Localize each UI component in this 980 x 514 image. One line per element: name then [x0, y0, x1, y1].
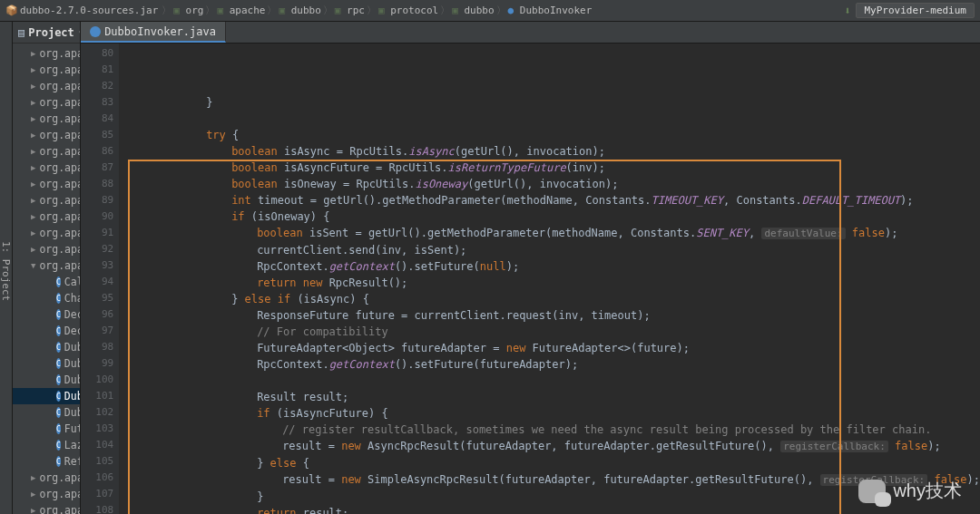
- tree-package[interactable]: ▶org.apache.dubbo.rpc.protocol.dubbo.fil…: [13, 470, 80, 486]
- breadcrumb[interactable]: 📦 dubbo-2.7.0-sources.jar 〉▣ org〉▣ apach…: [5, 4, 592, 17]
- expand-arrow-icon[interactable]: ▶: [31, 212, 35, 221]
- line-number[interactable]: 104: [81, 437, 113, 453]
- line-number[interactable]: 88: [81, 176, 113, 192]
- tree-class-decodeablerpcinvocation[interactable]: CDecodeableRpcInvocation: [13, 306, 80, 323]
- line-number[interactable]: 83: [81, 94, 113, 111]
- code-area[interactable]: } try {boolean isAsync = RpcUtils.isAsyn…: [119, 44, 980, 514]
- line-number[interactable]: 94: [81, 274, 113, 290]
- expand-arrow-icon[interactable]: ▶: [31, 65, 35, 74]
- code-line[interactable]: Result result;: [130, 389, 980, 405]
- tree-class-dubboexporter[interactable]: CDubboExporter: [13, 372, 80, 388]
- line-number[interactable]: 82: [81, 78, 113, 94]
- expand-arrow-icon[interactable]: ▶: [31, 131, 35, 140]
- tree-package[interactable]: ▶org.apache.dubbo.rpc.listener: [13, 209, 80, 225]
- tree-class-dubbocountcodec[interactable]: CDubboCountCodec: [13, 355, 80, 372]
- breadcrumb-part[interactable]: protocol: [385, 5, 439, 16]
- line-number[interactable]: 97: [81, 323, 113, 339]
- tree-package[interactable]: ▶org.apache.dubbo.rpc.filter: [13, 176, 80, 192]
- line-number[interactable]: 96: [81, 306, 113, 323]
- expand-arrow-icon[interactable]: ▶: [31, 114, 35, 123]
- breadcrumb-root[interactable]: dubbo-2.7.0-sources.jar: [20, 5, 158, 16]
- line-number[interactable]: 103: [81, 421, 113, 437]
- code-line[interactable]: result = new AsyncRpcResult(futureAdapte…: [130, 438, 980, 455]
- line-number[interactable]: 80: [81, 45, 113, 62]
- expand-arrow-icon[interactable]: ▶: [31, 245, 35, 254]
- tree-package[interactable]: ▶org.apache.dubbo.rpc.cluster.router.tag: [13, 111, 80, 127]
- code-line[interactable]: [130, 111, 980, 127]
- line-gutter[interactable]: 8081828384858687888990919293949596979899…: [81, 44, 119, 514]
- code-line[interactable]: result = new SimpleAsyncRpcResult(future…: [130, 471, 980, 489]
- project-title[interactable]: Project: [28, 26, 74, 39]
- code-line[interactable]: boolean isAsyncFuture = RpcUtils.isRetur…: [130, 160, 980, 176]
- tree-package[interactable]: ▶org.apache.dubbo.rpc.cluster.router.scr…: [13, 94, 80, 111]
- build-icon[interactable]: ⬇: [844, 5, 850, 17]
- line-number[interactable]: 86: [81, 143, 113, 160]
- run-configuration-selector[interactable]: MyProvider-medium: [856, 3, 975, 18]
- tree-package[interactable]: ▶org.apache.dubbo.rpc.protocol.dubbo.sta: [13, 486, 80, 502]
- line-number[interactable]: 105: [81, 453, 113, 470]
- tree-package[interactable]: ▶org.apache.dubbo.rpc.model: [13, 225, 80, 241]
- line-number[interactable]: 90: [81, 209, 113, 225]
- code-line[interactable]: FutureAdapter<Object> futureAdapter = ne…: [130, 340, 980, 356]
- code-viewport[interactable]: 8081828384858687888990919293949596979899…: [81, 44, 980, 514]
- tree-class-dubboinvoker[interactable]: CDubboInvoker: [13, 388, 80, 404]
- expand-arrow-icon[interactable]: ▶: [31, 98, 35, 107]
- tree-package[interactable]: ▶org.apache.dubbo.rpc.protocol: [13, 241, 80, 257]
- line-number[interactable]: 95: [81, 290, 113, 306]
- line-number[interactable]: 81: [81, 62, 113, 78]
- code-line[interactable]: // For compatibility: [130, 324, 980, 340]
- code-line[interactable]: }: [130, 94, 980, 111]
- expand-arrow-icon[interactable]: ▶: [31, 49, 35, 58]
- code-line[interactable]: // register resultCallback, sometimes we…: [130, 422, 980, 438]
- tree-package[interactable]: ▶org.apache.dubbo.rpc.cluster.support: [13, 143, 80, 160]
- expand-arrow-icon[interactable]: ▶: [31, 82, 35, 91]
- tree-class-lazyconnectexchangeclient[interactable]: CLazyConnectExchangeClient: [13, 437, 80, 453]
- breadcrumb-part[interactable]: rpc: [340, 5, 365, 16]
- code-line[interactable]: boolean isSent = getUrl().getMethodParam…: [130, 225, 980, 242]
- tool-window-rail[interactable]: 1: Project: [0, 22, 13, 514]
- breadcrumb-part[interactable]: org: [180, 5, 204, 16]
- tree-class-dubboprotocol[interactable]: CDubboProtocol: [13, 404, 80, 421]
- line-number[interactable]: 93: [81, 257, 113, 274]
- tree-class-futureadapter[interactable]: CFutureAdapter: [13, 421, 80, 437]
- expand-arrow-icon[interactable]: ▶: [31, 147, 35, 156]
- project-tree[interactable]: ▶org.apache.dubbo.rpc.cluster.router.con…: [13, 44, 80, 514]
- code-line[interactable]: if (isAsyncFuture) {: [130, 405, 980, 422]
- line-number[interactable]: 87: [81, 160, 113, 176]
- line-number[interactable]: 101: [81, 388, 113, 404]
- line-number[interactable]: 108: [81, 502, 113, 514]
- tree-class-channelwrappedinvoker[interactable]: CChannelWrappedInvoker: [13, 290, 80, 306]
- expand-arrow-icon[interactable]: ▶: [31, 228, 35, 238]
- code-line[interactable]: currentClient.send(inv, isSent);: [130, 242, 980, 258]
- code-line[interactable]: try {: [130, 127, 980, 143]
- line-number[interactable]: 89: [81, 192, 113, 209]
- tree-class-callbackservicecodec[interactable]: CCallbackServiceCodec: [13, 274, 80, 290]
- line-number[interactable]: 84: [81, 111, 113, 127]
- expand-arrow-icon[interactable]: ▶: [31, 179, 35, 189]
- tab-dubbo-invoker[interactable]: DubboInvoker.java: [81, 22, 226, 43]
- line-number[interactable]: 92: [81, 241, 113, 257]
- code-line[interactable]: boolean isAsync = RpcUtils.isAsync(getUr…: [130, 143, 980, 160]
- breadcrumb-part[interactable]: dubbo: [285, 5, 321, 16]
- tree-class-dubbocodec[interactable]: CDubboCodec: [13, 339, 80, 355]
- breadcrumb-part[interactable]: apache: [223, 5, 265, 16]
- tree-package[interactable]: ▶org.apache.dubbo.rpc.filter.tps: [13, 192, 80, 209]
- tree-package[interactable]: ▶org.apache.dubbo.rpc.protocol.dubbo.tel: [13, 502, 80, 514]
- expand-arrow-icon[interactable]: ▶: [31, 163, 35, 172]
- line-number[interactable]: 99: [81, 355, 113, 372]
- code-line[interactable]: boolean isOneway = RpcUtils.isOneway(get…: [130, 176, 980, 192]
- expand-arrow-icon[interactable]: ▶: [31, 490, 35, 499]
- tree-class-referencecountexchangeclient[interactable]: CReferenceCountExchangeClient: [13, 453, 80, 470]
- code-line[interactable]: } else if (isAsync) {: [130, 291, 980, 307]
- breadcrumb-part[interactable]: DubboInvoker: [514, 5, 592, 16]
- expand-arrow-icon[interactable]: ▼: [31, 261, 35, 270]
- code-line[interactable]: int timeout = getUrl().getMethodParamete…: [130, 192, 980, 209]
- tree-package[interactable]: ▼org.apache.dubbo.rpc.protocol.dubbo: [13, 257, 80, 274]
- line-number[interactable]: 85: [81, 127, 113, 143]
- code-line[interactable]: [130, 373, 980, 389]
- line-number[interactable]: 91: [81, 225, 113, 241]
- editor-tabs[interactable]: DubboInvoker.java: [81, 22, 980, 44]
- code-line[interactable]: RpcContext.getContext().setFuture(null);: [130, 258, 980, 275]
- expand-arrow-icon[interactable]: ▶: [31, 196, 35, 205]
- code-line[interactable]: } else {: [130, 455, 980, 471]
